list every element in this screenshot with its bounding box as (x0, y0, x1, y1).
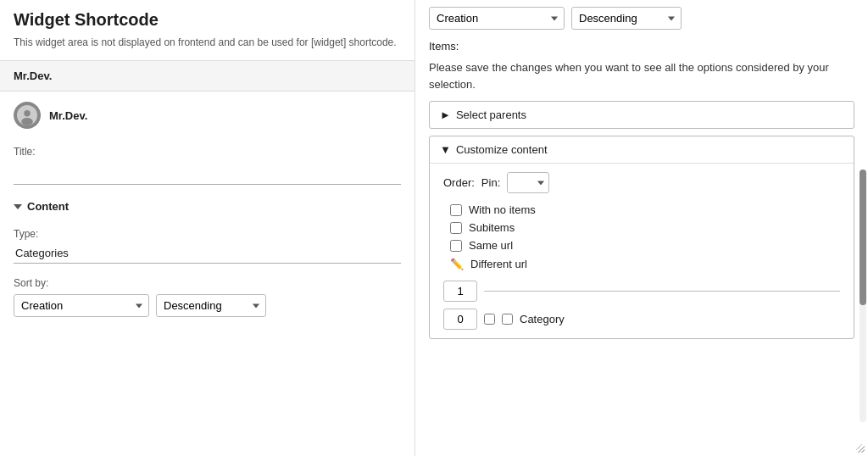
sort-order-select[interactable]: Descending Ascending (156, 294, 266, 317)
number-input-0[interactable] (443, 309, 477, 330)
type-value: Categories (14, 243, 401, 264)
checkbox-subitems-label: Subitems (469, 221, 515, 234)
checkbox-different-url[interactable]: ✏️ Different url (450, 257, 840, 270)
widget-title: Widget Shortcode (0, 0, 415, 35)
select-parents-header[interactable]: ► Select parents (430, 102, 854, 128)
top-order-select[interactable]: Descending Ascending (571, 7, 682, 30)
sort-label: Sort by: (14, 277, 401, 289)
right-panel: Creation Title Date Descending Ascending… (415, 0, 868, 456)
title-label: Title: (14, 146, 401, 158)
checkbox-same-url-input[interactable] (450, 240, 462, 252)
type-field-group: Type: Categories (0, 221, 415, 270)
title-input[interactable] (14, 161, 401, 185)
items-label: Items: (429, 36, 854, 59)
category-row: Category (443, 309, 840, 330)
sort-by-select-wrapper: Creation Title Date (14, 294, 149, 317)
number-input-1[interactable] (443, 281, 477, 302)
top-order-select-wrapper: Descending Ascending (571, 7, 682, 30)
svg-point-1 (24, 110, 31, 117)
content-toggle-label: Content (27, 200, 69, 213)
top-sort-select[interactable]: Creation Title Date (429, 7, 565, 30)
top-row: Creation Title Date Descending Ascending (429, 0, 854, 36)
pencil-slash-icon: ✏️ (450, 257, 464, 270)
scrollbar-thumb[interactable] (860, 170, 866, 305)
avatar (14, 102, 41, 129)
pin-select-wrapper (507, 172, 549, 193)
sort-by-select[interactable]: Creation Title Date (14, 294, 149, 317)
order-row: Order: Pin: (443, 172, 840, 193)
select-parents-label: Select parents (456, 108, 526, 121)
category-checkbox-1[interactable] (484, 314, 495, 325)
user-name-label: Mr.Dev. (49, 109, 87, 122)
sort-field-group: Sort by: Creation Title Date Descending … (0, 270, 415, 324)
checkbox-with-no-items[interactable]: With no items (450, 203, 840, 216)
checkbox-with-no-items-input[interactable] (450, 204, 462, 216)
widget-description: This widget area is not displayed on fro… (0, 35, 415, 60)
user-row: Mr.Dev. (0, 92, 415, 139)
pin-select[interactable] (507, 172, 549, 193)
type-label: Type: (14, 228, 401, 240)
content-toggle-icon (14, 204, 22, 209)
checkbox-subitems[interactable]: Subitems (450, 221, 840, 234)
checkbox-same-url[interactable]: Same url (450, 239, 840, 252)
select-parents-icon: ► (440, 108, 451, 121)
svg-point-2 (21, 118, 33, 125)
customize-body: Order: Pin: With no items Subitems (430, 163, 854, 338)
sort-order-select-wrapper: Descending Ascending (156, 294, 266, 317)
customize-content-header[interactable]: ▼ Customize content (430, 136, 854, 163)
category-checkbox-2[interactable] (502, 314, 513, 325)
category-label: Category (520, 313, 565, 325)
checkbox-same-url-label: Same url (469, 239, 513, 252)
number-line-1 (484, 291, 840, 292)
title-field-group: Title: (0, 139, 415, 192)
user-section-header: Mr.Dev. (0, 60, 415, 92)
customize-content-label: Customize content (456, 143, 548, 156)
customize-content-icon: ▼ (440, 143, 451, 156)
number-row-1 (443, 281, 840, 302)
checkbox-different-url-label: Different url (470, 258, 527, 270)
save-notice: Please save the changes when you want to… (429, 59, 854, 101)
checkbox-subitems-input[interactable] (450, 222, 462, 234)
order-label: Order: (443, 176, 475, 189)
top-sort-select-wrapper: Creation Title Date (429, 7, 565, 30)
customize-content-section: ▼ Customize content Order: Pin: With no … (429, 136, 854, 339)
resize-handle[interactable] (853, 441, 865, 453)
checkboxes-grid: With no items Subitems Same url ✏️ Diffe… (450, 203, 840, 270)
select-parents-section[interactable]: ► Select parents (429, 101, 854, 129)
content-toggle[interactable]: Content (0, 192, 415, 221)
pin-label: Pin: (481, 176, 500, 189)
scrollbar-track (860, 170, 866, 422)
checkbox-with-no-items-label: With no items (469, 203, 536, 216)
